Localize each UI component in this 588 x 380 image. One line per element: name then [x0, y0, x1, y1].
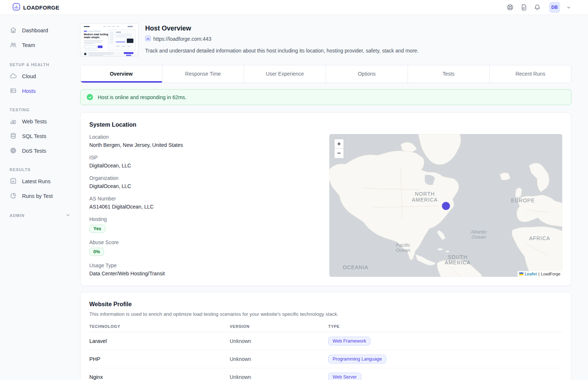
- chart-box-icon: [10, 177, 17, 186]
- map-zoom-control: + −: [334, 139, 344, 159]
- host-thumbnail: Modern load testing made simple.: [80, 23, 139, 57]
- bar-chart-icon: [10, 117, 17, 126]
- sidebar-item-label: Runs by Test: [22, 193, 53, 199]
- sidebar-item-label: SQL Tests: [22, 133, 46, 139]
- chevron-down-icon: [65, 213, 71, 218]
- user-avatar[interactable]: DB: [549, 2, 560, 13]
- table-row: PHP Unknown Programming Language: [89, 350, 562, 368]
- svg-text:Modern load testing: Modern load testing: [84, 33, 108, 36]
- tab-options[interactable]: Options: [326, 65, 408, 83]
- chevron-down-icon[interactable]: [566, 5, 571, 10]
- sidebar-item-label: DoS Tests: [22, 148, 46, 154]
- world-map-svg: NORTH AMERICA EUROPE AFRICA SOUTH AMERIC…: [329, 134, 562, 277]
- type-badge: Programming Language: [328, 355, 386, 363]
- svg-text:Ocean: Ocean: [472, 234, 486, 240]
- tab-user-experience[interactable]: User Experience: [244, 65, 326, 83]
- field-isp: ISP DigitalOcean, LLC: [89, 155, 320, 169]
- sidebar-section-setup-health: SETUP & HEALTH: [10, 62, 71, 67]
- zoom-in-button[interactable]: +: [334, 139, 344, 149]
- technology-table: TECHNOLOGY VERSION TYPE Laravel Unknown …: [89, 324, 562, 380]
- sidebar-item-web-tests[interactable]: Web Tests: [0, 114, 80, 129]
- sidebar-item-dashboard[interactable]: Dashboard: [0, 23, 80, 38]
- globe-icon: [10, 147, 17, 155]
- location-map[interactable]: NORTH AMERICA EUROPE AFRICA SOUTH AMERIC…: [329, 134, 562, 277]
- sidebar-item-latest-runs[interactable]: Latest Runs: [0, 174, 80, 189]
- field-abuse-score: Abuse Score 0%: [89, 239, 320, 256]
- brand-wordmark: LOADFORGE: [23, 4, 60, 11]
- field-usage-type: Usage Type Data Center/Web Hosting/Trans…: [89, 263, 320, 276]
- tab-tests[interactable]: Tests: [408, 65, 490, 83]
- tab-overview[interactable]: Overview: [80, 65, 162, 83]
- map-attribution: Leaflet | LoadForge: [517, 271, 562, 277]
- sidebar-item-label: Team: [22, 42, 35, 48]
- sidebar-item-sql-tests[interactable]: SQL Tests: [0, 129, 80, 144]
- server-icon: [10, 87, 17, 95]
- notifications-bell-icon[interactable]: [533, 3, 541, 11]
- svg-text:AMERICA: AMERICA: [445, 260, 470, 265]
- field-hosting: Hosting Yes: [89, 216, 320, 233]
- sidebar-item-label: Cloud: [22, 73, 36, 79]
- sidebar-item-runs-by-test[interactable]: Runs by Test: [0, 189, 80, 203]
- svg-text:Atlantic: Atlantic: [470, 229, 487, 235]
- svg-text:made simple.: made simple.: [84, 36, 100, 39]
- zoom-out-button[interactable]: −: [334, 149, 344, 158]
- pie-chart-icon: [10, 192, 17, 200]
- ukraine-flag-icon: [519, 272, 523, 275]
- host-url: https://loadforge.com:443: [153, 36, 211, 42]
- sidebar-item-hosts[interactable]: Hosts: [0, 84, 80, 98]
- sidebar-item-cloud[interactable]: Cloud: [0, 69, 80, 84]
- database-icon: [10, 132, 17, 141]
- map-marker: [442, 202, 450, 210]
- table-row: Laravel Unknown Web Framework: [89, 332, 562, 350]
- loadforge-logo-icon: [12, 3, 20, 12]
- svg-text:SOUTH: SOUTH: [448, 254, 467, 260]
- host-tabs: Overview Response Time User Experience O…: [80, 65, 571, 83]
- sidebar-item-label: Hosts: [22, 88, 36, 94]
- field-location: Location North Bergen, New Jersey, Unite…: [89, 134, 320, 148]
- sidebar-item-label: Latest Runs: [22, 178, 50, 184]
- main-content: Modern load testing made simple.: [80, 15, 588, 380]
- status-banner: Host is online and responding in 62ms.: [80, 89, 571, 105]
- website-profile-card: Website Profile This information is used…: [80, 292, 571, 380]
- table-row: Nginx Unknown Web Server: [89, 368, 562, 380]
- help-lifebuoy-icon[interactable]: [506, 3, 514, 11]
- home-icon: [10, 26, 17, 35]
- sidebar-item-dos-tests[interactable]: DoS Tests: [0, 144, 80, 158]
- tab-response-time[interactable]: Response Time: [162, 65, 244, 83]
- sidebar-item-label: Web Tests: [22, 119, 47, 124]
- attribution-brand: LoadForge: [541, 272, 560, 276]
- top-navbar: LOADFORGE DB: [0, 0, 588, 15]
- page-description: Track and understand detailed informatio…: [145, 48, 419, 54]
- hosting-badge: Yes: [89, 225, 105, 233]
- svg-text:AMERICA: AMERICA: [412, 197, 438, 203]
- svg-text:NORTH: NORTH: [415, 191, 435, 197]
- card-title: Website Profile: [89, 301, 562, 308]
- sidebar-section-testing: TESTING: [10, 108, 71, 112]
- field-organization: Organization DigitalOcean, LLC: [89, 175, 320, 189]
- cloud-icon: [10, 72, 17, 81]
- sidebar-item-label: Dashboard: [22, 28, 48, 33]
- type-badge: Web Server: [328, 373, 361, 380]
- card-subtitle: This information is used to enrich and o…: [89, 311, 562, 317]
- svg-text:Pacific: Pacific: [396, 242, 410, 248]
- check-circle-icon: [87, 94, 93, 100]
- leaflet-link[interactable]: Leaflet: [525, 272, 537, 276]
- svg-text:Ocean: Ocean: [396, 247, 410, 253]
- sidebar-item-team[interactable]: Team: [0, 38, 80, 53]
- sidebar-section-results: RESULTS: [10, 167, 71, 172]
- table-header-row: TECHNOLOGY VERSION TYPE: [89, 324, 562, 332]
- loadforge-logo[interactable]: LOADFORGE: [12, 3, 60, 12]
- svg-text:AFRICA: AFRICA: [529, 235, 550, 241]
- system-location-card: System Location Location North Bergen, N…: [80, 112, 571, 286]
- type-badge: Web Framework: [328, 337, 370, 345]
- host-favicon-icon: [145, 36, 151, 42]
- sidebar-section-admin[interactable]: ADMIN: [10, 213, 71, 218]
- sidebar: Dashboard Team SETUP & HEALTH Cloud: [0, 15, 80, 380]
- svg-text:OCEANIA: OCEANIA: [343, 264, 368, 270]
- docs-file-icon[interactable]: [520, 3, 528, 11]
- card-title: System Location: [89, 122, 562, 128]
- page-title: Host Overview: [145, 25, 419, 32]
- svg-text:EUROPE: EUROPE: [511, 198, 535, 203]
- tab-recent-runs[interactable]: Recent Runs: [490, 65, 571, 83]
- host-header: Modern load testing made simple.: [80, 23, 571, 57]
